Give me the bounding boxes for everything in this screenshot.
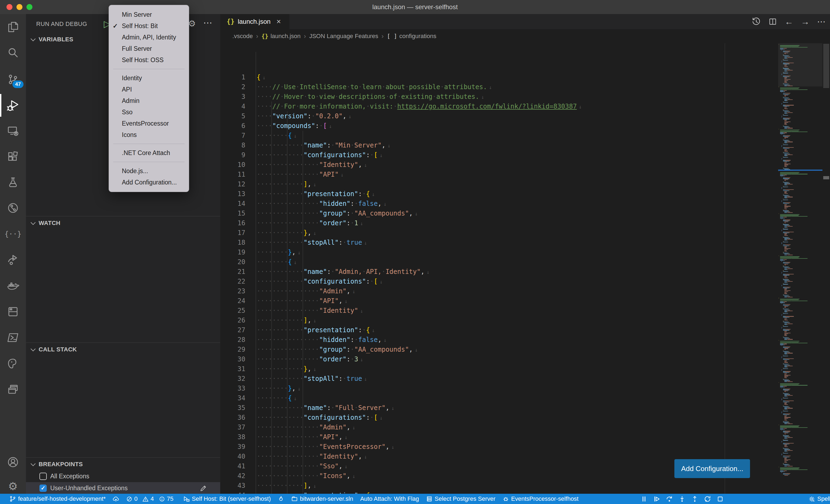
tab-launch-json[interactable]: {} launch.json × — [220, 14, 289, 29]
code-line[interactable]: 9············"configurations":·[↓ — [220, 150, 778, 160]
code-line[interactable]: 25················"Identity"↓ — [220, 306, 778, 315]
code-line[interactable]: 8············"name":·"Min·Server",↓ — [220, 140, 778, 150]
debug-step-over-button[interactable] — [666, 495, 673, 503]
breadcrumb-item[interactable]: [ ]configurations — [387, 33, 436, 40]
code-line[interactable]: 30················"order":·3↓ — [220, 355, 778, 364]
git-graph-icon[interactable] — [0, 195, 26, 221]
source-control-icon[interactable] — [0, 66, 26, 92]
menu-item[interactable]: EventsProcessor — [109, 118, 189, 129]
navigate-forward-icon[interactable]: → — [801, 17, 809, 26]
storage-icon[interactable] — [0, 299, 26, 325]
breadcrumb-item[interactable]: {}launch.json — [261, 33, 301, 40]
menu-item[interactable]: Add Configuration... — [109, 177, 189, 188]
code-line[interactable]: 43············],↓ — [220, 481, 778, 491]
close-tab-icon[interactable]: × — [277, 17, 281, 26]
status-problems[interactable]: 0475 — [123, 494, 180, 504]
code-line[interactable]: 28················"hidden":·false,↓ — [220, 335, 778, 345]
account-icon[interactable] — [0, 449, 26, 475]
explorer-icon[interactable] — [0, 14, 26, 40]
breakpoint-checkbox[interactable] — [39, 473, 47, 480]
edit-breakpoint-pencil-icon[interactable] — [200, 484, 208, 493]
code-line[interactable]: 44············"presentation":·{↓ — [220, 491, 778, 494]
testing-flask-icon[interactable] — [0, 170, 26, 196]
code-line[interactable]: 34········{↓ — [220, 393, 778, 403]
code-line[interactable]: 23················"Admin",↓ — [220, 286, 778, 296]
section-watch[interactable]: WATCH — [26, 217, 220, 229]
status-debug-target[interactable]: Self Host: Bit (server-selfhost) — [180, 494, 274, 504]
code-line[interactable]: 21············"name":·"Admin,·API,·Ident… — [220, 267, 778, 277]
menu-item[interactable]: .NET Core Attach — [109, 147, 189, 159]
code-line[interactable]: 10················"Identity",↓ — [220, 160, 778, 170]
code-line[interactable]: 33········},↓ — [220, 383, 778, 393]
debug-step-out-button[interactable] — [691, 495, 698, 503]
code-line[interactable]: 14················"hidden":·false,↓ — [220, 199, 778, 208]
search-icon[interactable] — [0, 40, 26, 66]
debug-continue-button[interactable] — [653, 495, 660, 503]
code-line[interactable]: 26············],↓ — [220, 315, 778, 325]
menu-item[interactable]: Icons — [109, 129, 189, 140]
code-line[interactable]: 15················"group":·"AA_compounds… — [220, 208, 778, 218]
code-line[interactable]: 11················"API"↓ — [220, 170, 778, 179]
split-editor-icon[interactable] — [768, 17, 777, 26]
code-line[interactable]: 19········},↓ — [220, 247, 778, 257]
status-publish-changes[interactable] — [109, 494, 123, 504]
debug-step-into-button[interactable] — [678, 495, 686, 503]
extensions-icon[interactable] — [0, 144, 26, 170]
code-line[interactable]: 39················"EventsProcessor",↓ — [220, 442, 778, 451]
status-git-branch[interactable]: feature/self-hosted-development* — [6, 494, 109, 504]
live-share-icon[interactable] — [0, 247, 26, 273]
code-line[interactable]: 16················"order":·1↓ — [220, 218, 778, 228]
section-call-stack[interactable]: CALL STACK — [26, 343, 220, 356]
code-line[interactable]: 38················"API",↓ — [220, 432, 778, 442]
breakpoint-row[interactable]: All Exceptions — [26, 470, 220, 482]
status-auto-attach[interactable]: Auto Attach: With Flag — [357, 494, 422, 504]
run-and-debug-icon[interactable] — [0, 92, 26, 118]
code-line[interactable]: 27············"presentation":·{↓ — [220, 325, 778, 335]
code-area[interactable]: 1{↓2····//·Use·IntelliSense·to·learn·abo… — [220, 43, 778, 494]
navigate-back-icon[interactable]: ← — [785, 17, 793, 26]
add-configuration-button[interactable]: Add Configuration... — [674, 459, 750, 478]
code-line[interactable]: 2····//·Use·IntelliSense·to·learn·about·… — [220, 82, 778, 92]
scrollbar-slider[interactable] — [823, 44, 829, 88]
code-line[interactable]: 18············"stopAll":·true↓ — [220, 238, 778, 247]
code-line[interactable]: 4····//·For·more·information,·visit:·htt… — [220, 102, 778, 111]
code-line[interactable]: 29················"group":·"AA_compounds… — [220, 345, 778, 355]
views-more-icon[interactable]: ⋯ — [203, 17, 212, 28]
menu-item[interactable]: Admin — [109, 95, 189, 106]
code-line[interactable]: 24················"API",↓ — [220, 296, 778, 306]
breadcrumb-item[interactable]: .vscode — [232, 33, 253, 40]
code-line[interactable]: 13············"presentation":·{↓ — [220, 189, 778, 199]
code-line[interactable]: 17············},↓ — [220, 228, 778, 238]
timeline-history-icon[interactable] — [752, 17, 761, 26]
debug-pause-button[interactable] — [640, 495, 648, 503]
code-line[interactable]: 1{↓ — [220, 72, 778, 82]
menu-item[interactable]: Identity — [109, 72, 189, 84]
minimap[interactable] — [778, 43, 823, 494]
code-line[interactable]: 3····//·Hover·to·view·descriptions·of·ex… — [220, 92, 778, 102]
breadcrumb-item[interactable]: JSON Language Features — [309, 33, 378, 40]
rest-client-icon[interactable]: {··} — [0, 221, 26, 247]
docker-icon[interactable] — [0, 273, 26, 299]
remote-explorer-icon[interactable] — [0, 118, 26, 144]
debug-restart-button[interactable] — [704, 495, 711, 503]
code-line[interactable]: 35············"name":·"Full·Server",↓ — [220, 403, 778, 413]
code-line[interactable]: 37················"Admin",↓ — [220, 423, 778, 432]
code-line[interactable]: 12············],↓ — [220, 179, 778, 189]
code-line[interactable]: 5····"version":·"0.2.0",↓ — [220, 111, 778, 121]
code-line[interactable]: 32············"stopAll":·true↓ — [220, 374, 778, 383]
status-solution[interactable]: bitwarden-server.sln — [288, 494, 357, 504]
powershell-icon[interactable] — [0, 325, 26, 350]
menu-item[interactable]: Sso — [109, 106, 189, 118]
menu-item[interactable]: Self Host: OSS — [109, 54, 189, 66]
status-events-processor[interactable]: EventsProcessor-selfhost — [499, 494, 582, 504]
section-breakpoints[interactable]: BREAKPOINTS — [26, 458, 220, 470]
status-select-postgres-server[interactable]: Select Postgres Server — [422, 494, 499, 504]
window-layouts-icon[interactable] — [0, 376, 26, 402]
menu-item[interactable]: Min Server — [109, 9, 189, 20]
postgres-icon[interactable] — [0, 350, 26, 376]
code-line[interactable]: 31············},↓ — [220, 364, 778, 374]
menu-item[interactable]: API — [109, 84, 189, 95]
code-line[interactable]: 20········{↓ — [220, 257, 778, 267]
status-spell-checker[interactable]: Spell — [805, 495, 830, 502]
code-line[interactable]: 36············"configurations":·[↓ — [220, 413, 778, 423]
